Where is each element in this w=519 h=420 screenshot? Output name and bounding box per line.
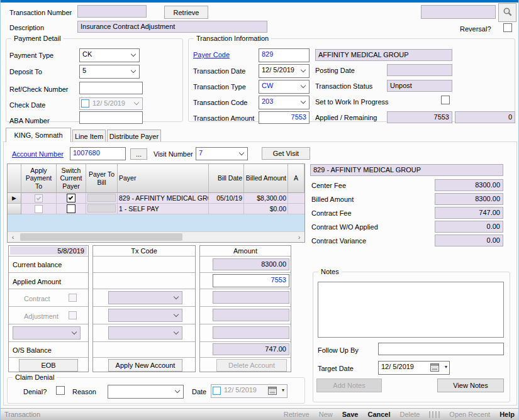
scrollbar-thumb[interactable] [20, 233, 182, 241]
statusbar-open-recent[interactable]: Open Recent [449, 411, 490, 418]
payer-to-bill-cell[interactable] [86, 204, 118, 214]
statusbar-delete[interactable]: Delete [400, 411, 420, 418]
denial-date-checkbox[interactable] [213, 387, 221, 395]
payment-type-select[interactable]: CK [79, 48, 140, 62]
add-notes-button[interactable]: Add Notes [316, 379, 382, 392]
aba-number-input[interactable] [79, 111, 143, 124]
partial-cell [288, 193, 304, 204]
payer-name-cell[interactable]: 829 - AFFINITY MEDICAL GRO [118, 193, 209, 204]
wip-checkbox[interactable] [441, 96, 450, 104]
check-date-checkbox[interactable] [81, 99, 89, 108]
switch-payer-cell[interactable] [57, 204, 86, 214]
transaction-date-select[interactable]: 12/ 5/2019 [259, 64, 310, 78]
payer-name-cell[interactable]: 1 - SELF PAY [118, 204, 209, 214]
account-number-input[interactable]: 1007680 [70, 147, 126, 160]
view-notes-button[interactable]: View Notes [437, 379, 504, 392]
extra-amount-input[interactable] [213, 326, 289, 339]
ref-check-number-input[interactable] [79, 82, 143, 94]
contract-amount-input[interactable] [213, 291, 289, 304]
bill-date-cell[interactable] [209, 204, 244, 214]
contract-txcode-select[interactable] [108, 291, 182, 304]
tab-distribute-payer[interactable]: Distribute Payer [107, 130, 161, 142]
payer-code-link[interactable]: Payer Code [193, 51, 230, 58]
transaction-amount-input[interactable]: 7553 [259, 111, 310, 124]
payer-search-input[interactable] [421, 5, 496, 19]
scroll-right-icon[interactable]: › [294, 232, 304, 242]
bill-date-cell[interactable]: 05/10/19 [209, 193, 244, 204]
col-bill-date[interactable]: Bill Date [209, 164, 244, 193]
col-billed-amount[interactable]: Billed Amount [244, 164, 288, 193]
billed-amount-cell[interactable]: $8,300.00 [244, 193, 288, 204]
deposit-to-select[interactable]: 5 [79, 65, 140, 79]
transaction-type-select[interactable]: CW [259, 80, 310, 94]
delete-account-row: Delete Account [200, 358, 291, 374]
txcode-header-cell: Tx Code [93, 246, 195, 257]
row-selector-cell[interactable]: ▶ [8, 193, 21, 204]
reversal-checkbox[interactable] [503, 23, 512, 32]
applied-amount-input[interactable]: 7553 [213, 274, 289, 287]
tab-patient[interactable]: KING, Somnath [6, 128, 71, 142]
row-selector-cell[interactable] [8, 204, 21, 214]
denial-date-picker[interactable]: 12/ 5/2019 ▾ [211, 384, 287, 398]
delete-account-button[interactable]: Delete Account [216, 359, 287, 372]
extra-type-row [9, 324, 88, 342]
switch-payer-checkbox[interactable] [67, 204, 75, 213]
scroll-left-icon[interactable]: ‹ [8, 232, 18, 242]
eob-button[interactable]: EOB [19, 359, 78, 372]
extra-type-select[interactable] [13, 326, 81, 340]
follow-up-by-input[interactable] [378, 343, 504, 355]
col-apply-payment-to[interactable]: Apply Payment To [21, 164, 57, 193]
get-visit-button[interactable]: Get Visit [262, 147, 310, 160]
billed-amount-cell[interactable]: $0.00 [244, 204, 288, 214]
payer-row-selfpay[interactable]: 1 - SELF PAY $0.00 [8, 204, 304, 214]
current-balance-amount-row: 8300.00 [200, 257, 291, 273]
transaction-info-title: Transaction Information [194, 35, 271, 42]
statusbar-new[interactable]: New [319, 411, 333, 418]
payment-type-label: Payment Type [9, 52, 53, 59]
transaction-number-input[interactable] [77, 5, 147, 18]
switch-payer-checkbox[interactable] [67, 194, 75, 202]
statusbar-cancel[interactable]: Cancel [367, 411, 390, 418]
col-payer[interactable]: Payer [118, 164, 209, 193]
grid-corner-cell [8, 164, 21, 193]
col-switch-current-payer[interactable]: Switch Current Payer [57, 164, 86, 193]
search-button[interactable] [498, 3, 516, 22]
statusbar-retrieve[interactable]: Retrieve [284, 411, 310, 418]
target-date-label: Target Date [318, 365, 354, 372]
apply-payment-cell[interactable] [21, 204, 57, 214]
grid-empty-area [8, 214, 304, 231]
account-lookup-button[interactable]: ... [130, 148, 147, 160]
grid-horizontal-scrollbar[interactable]: ‹ › [8, 231, 304, 242]
denial-label: Denial? [23, 388, 47, 395]
apply-payment-cell[interactable] [21, 193, 57, 204]
col-payer-to-bill[interactable]: Payer To Bill [86, 164, 118, 193]
payer-code-input[interactable]: 829 [259, 48, 310, 62]
visit-number-select[interactable]: 7 [196, 147, 248, 160]
payer-grid: Apply Payment To Switch Current Payer Pa… [7, 163, 305, 243]
check-date-picker[interactable]: 12/ 5/2019 [79, 97, 143, 110]
apply-payment-checkbox[interactable] [35, 205, 43, 213]
switch-payer-cell[interactable] [57, 193, 86, 204]
contract-fee-label: Contract Fee [311, 209, 352, 217]
denial-reason-select[interactable] [108, 385, 184, 399]
tab-line-item[interactable]: Line Item [72, 130, 106, 142]
denial-checkbox[interactable] [56, 386, 65, 395]
account-number-link[interactable]: Account Number [12, 150, 64, 158]
ref-check-number-label: Ref/Check Number [9, 86, 69, 93]
payer-row-affinity[interactable]: ▶ 829 - AFFINITY MEDICAL GRO 05/10/19 $8… [8, 193, 304, 204]
aba-number-label: ABA Number [9, 117, 50, 124]
adjustment-txcode-select[interactable] [108, 309, 182, 322]
payer-to-bill-cell[interactable] [86, 193, 118, 204]
adjustment-amount-input[interactable] [213, 309, 289, 321]
transaction-code-select[interactable]: 203 [259, 96, 310, 109]
adjustment-checkbox[interactable] [69, 311, 77, 319]
target-date-picker[interactable]: 12/ 5/2019 ▾ [378, 361, 450, 375]
statusbar-help[interactable]: Help [499, 411, 515, 418]
retrieve-button[interactable]: Retrieve [164, 6, 208, 19]
notes-textarea[interactable] [318, 282, 504, 338]
contract-checkbox[interactable] [69, 294, 77, 302]
statusbar-save[interactable]: Save [342, 411, 359, 418]
extra-txcode-select[interactable] [108, 326, 182, 340]
apply-new-account-button[interactable]: Apply New Account [108, 359, 182, 372]
apply-payment-checkbox[interactable] [35, 194, 43, 202]
